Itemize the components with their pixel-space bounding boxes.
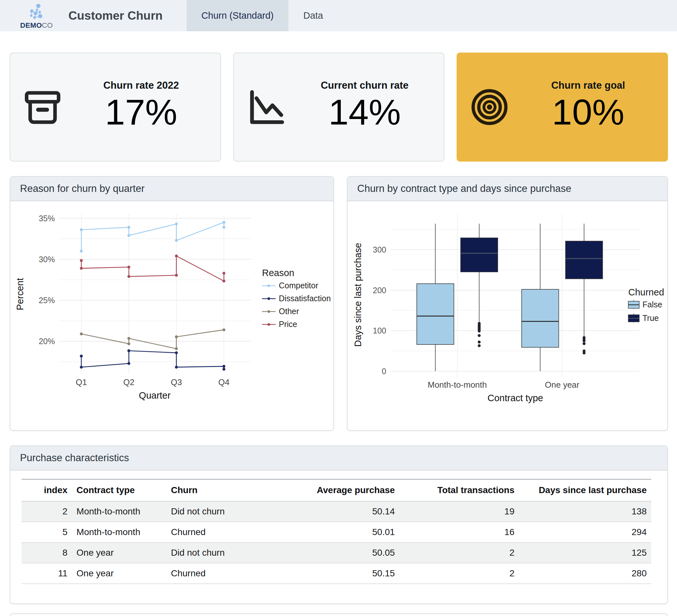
column-header: Days since last purchase [519, 479, 651, 501]
tab-churn-standard[interactable]: Churn (Standard) [186, 0, 288, 31]
kpi-card-current-churn-rate: Current churn rate 14% [233, 53, 445, 161]
x-tick-label: Q2 [123, 377, 135, 387]
y-tick-label: 300 [373, 245, 386, 254]
x-axis-label: Contract type [488, 393, 543, 403]
table-row: 5Month-to-monthChurned50.0116294 [21, 522, 651, 542]
line-chart-down-icon [234, 86, 299, 128]
purchase-characteristics-table: indexContract typeChurnAverage purchaseT… [21, 479, 651, 584]
data-point [222, 226, 225, 229]
outlier-point [478, 341, 481, 343]
outlier-point [583, 342, 586, 345]
panel-title: Reason for churn by quarter [10, 177, 333, 201]
table-cell: 125 [519, 542, 651, 563]
table-cell: Month-to-month [72, 501, 167, 522]
table-row: 8One yearDid not churn50.052125 [21, 542, 651, 563]
table-cell: Month-to-month [72, 522, 167, 542]
legend-dot [268, 284, 270, 287]
legend-dot [268, 297, 270, 300]
table-cell: 2 [400, 542, 519, 563]
table-cell: 50.01 [273, 522, 399, 542]
box-false [417, 284, 454, 345]
table-cell: 16 [400, 522, 519, 542]
charts-row: Reason for churn by quarter 35%30%25%20%… [10, 176, 668, 431]
data-point [222, 280, 225, 283]
data-point [80, 259, 83, 262]
data-point [175, 239, 178, 242]
archive-box-icon [10, 86, 75, 128]
outlier-point [583, 339, 586, 342]
data-point [128, 342, 130, 345]
data-point [80, 250, 83, 252]
table-cell: One year [72, 542, 167, 563]
outlier-point [478, 330, 481, 333]
churn-boxplot-chart: 0100200300Month-to-monthOne yearContract… [348, 201, 667, 431]
data-point [175, 351, 178, 354]
data-point [128, 337, 130, 340]
network-logo-icon [25, 3, 48, 21]
x-tick-label: Month-to-month [427, 380, 487, 390]
table-cell: 50.14 [273, 501, 399, 522]
table-row: 11One yearChurned50.152280 [21, 563, 651, 584]
series-line-price [81, 256, 224, 281]
data-point [175, 274, 178, 277]
table-row: 2Month-to-monthDid not churn50.1419138 [21, 501, 651, 522]
data-point [128, 362, 130, 365]
data-point [222, 368, 225, 371]
column-header: Average purchase [273, 479, 399, 501]
legend-title: Churned [628, 287, 664, 297]
next-card-partial [10, 613, 668, 616]
kpi-value: 10% [552, 92, 624, 132]
data-point [80, 333, 83, 335]
y-tick-label: 200 [373, 286, 386, 295]
data-point [128, 349, 130, 352]
data-point [128, 234, 130, 237]
legend-label: Competitor [279, 281, 318, 290]
kpi-value: 14% [328, 92, 401, 132]
data-point [222, 365, 225, 368]
table-cell: 8 [21, 542, 72, 563]
x-axis-label: Quarter [139, 390, 171, 400]
y-tick-label: 35% [39, 214, 55, 223]
table-cell: 50.15 [273, 563, 399, 584]
legend-dot [268, 310, 270, 313]
y-tick-label: 25% [39, 296, 55, 305]
data-point [80, 366, 83, 369]
table-cell: 19 [400, 501, 519, 522]
kpi-label: Current churn rate [321, 80, 409, 91]
box-true [566, 241, 603, 279]
y-tick-label: 30% [39, 255, 55, 264]
legend-label: Other [279, 307, 299, 316]
tab-data[interactable]: Data [288, 0, 338, 31]
data-point [128, 275, 130, 278]
x-tick-label: One year [545, 380, 580, 390]
data-point [222, 221, 225, 224]
kpi-label: Churn rate goal [551, 80, 625, 91]
brand-logo: DEMOCO [16, 0, 57, 31]
legend-title: Reason [262, 268, 294, 278]
data-point [222, 328, 225, 331]
x-tick-label: Q1 [76, 377, 87, 387]
data-point [175, 254, 178, 257]
outlier-point [583, 351, 586, 354]
panel-title: Purchase characteristics [10, 446, 667, 471]
y-tick-label: 0 [382, 367, 386, 376]
table-cell: 2 [400, 563, 519, 584]
y-tick-label: 100 [373, 326, 386, 335]
legend-label: Dissatisfaction [279, 294, 331, 303]
panel-reason-for-churn: Reason for churn by quarter 35%30%25%20%… [10, 176, 334, 431]
data-point [175, 347, 178, 350]
y-axis-label: Days since last purchase [353, 243, 363, 347]
outlier-point [478, 344, 481, 347]
column-header: Contract type [72, 479, 167, 501]
table-cell: 294 [519, 522, 651, 542]
legend-label: Price [279, 320, 297, 329]
outlier-point [478, 334, 481, 337]
panel-churn-boxplot: Churn by contract type and days since pu… [347, 176, 668, 431]
table-cell: 5 [21, 522, 72, 542]
panel-purchase-characteristics: Purchase characteristics indexContract t… [10, 445, 668, 604]
kpi-card-churn-rate-goal: Churn rate goal 10% [457, 53, 668, 161]
kpi-label: Churn rate 2022 [103, 80, 179, 91]
data-point [175, 223, 178, 226]
legend-label: False [642, 300, 662, 309]
data-point [80, 267, 83, 270]
